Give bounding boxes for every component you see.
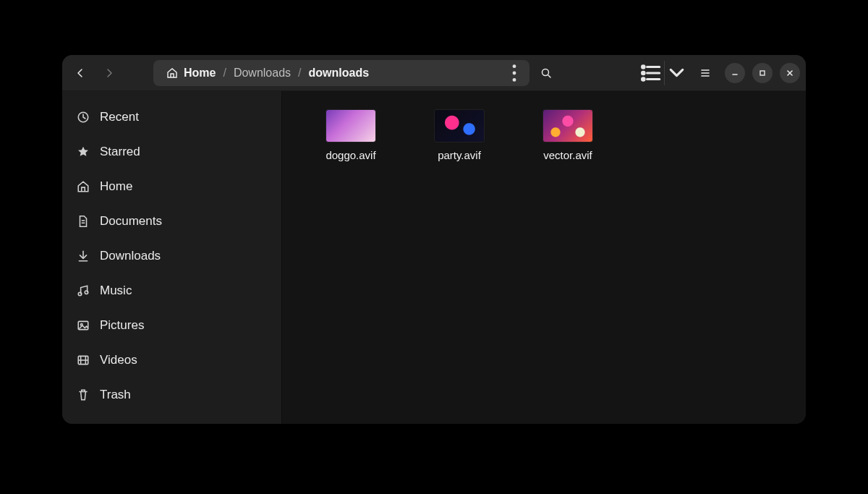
sidebar-item-label: Trash <box>100 388 131 402</box>
breadcrumb-label: Home <box>184 67 216 80</box>
sidebar-item-label: Starred <box>100 145 140 159</box>
svg-point-23 <box>85 291 88 294</box>
view-options-button[interactable] <box>664 61 689 85</box>
list-view-button[interactable] <box>639 61 664 85</box>
forward-button[interactable] <box>97 61 122 85</box>
svg-rect-15 <box>760 71 765 75</box>
svg-point-0 <box>513 64 516 68</box>
file-manager-window: Home / Downloads / downloads <box>62 55 806 424</box>
picture-icon <box>77 319 90 332</box>
trash-icon <box>77 388 90 401</box>
document-icon <box>77 215 90 228</box>
svg-point-3 <box>542 69 549 75</box>
file-item[interactable]: party.avif <box>420 110 499 161</box>
sidebar-item-downloads[interactable]: Downloads <box>62 239 281 273</box>
sidebar-item-label: Documents <box>100 214 162 229</box>
video-icon <box>77 354 90 367</box>
file-name: vector.avif <box>543 149 592 161</box>
home-icon <box>166 67 178 79</box>
places-sidebar: Recent Starred Home Documents Downloads <box>62 91 282 424</box>
svg-line-4 <box>548 75 550 77</box>
file-thumbnail <box>326 110 375 142</box>
breadcrumb-separator: / <box>295 67 304 80</box>
sidebar-item-label: Home <box>100 179 132 194</box>
home-icon <box>77 180 90 193</box>
sidebar-item-documents[interactable]: Documents <box>62 204 281 239</box>
breadcrumb-label: downloads <box>309 67 370 80</box>
file-thumbnail <box>435 110 484 142</box>
path-menu-button[interactable] <box>503 62 525 84</box>
sidebar-item-label: Music <box>100 284 132 298</box>
chevron-down-icon <box>665 61 689 85</box>
minimize-icon <box>731 69 739 77</box>
sidebar-item-recent[interactable]: Recent <box>62 100 281 135</box>
list-icon <box>639 61 664 85</box>
file-grid[interactable]: doggo.avif party.avif vector.avif <box>282 91 806 424</box>
breadcrumb-separator: / <box>220 67 229 80</box>
sidebar-item-pictures[interactable]: Pictures <box>62 308 281 343</box>
view-switcher <box>639 61 689 85</box>
search-button[interactable] <box>534 61 558 85</box>
breadcrumb-label: Downloads <box>234 67 291 80</box>
file-item[interactable]: vector.avif <box>528 110 608 161</box>
path-bar[interactable]: Home / Downloads / downloads <box>153 60 529 86</box>
kebab-icon <box>503 62 525 84</box>
download-icon <box>77 250 90 263</box>
sidebar-item-label: Recent <box>100 110 139 124</box>
headerbar: Home / Downloads / downloads <box>62 55 806 91</box>
svg-point-8 <box>642 65 644 67</box>
maximize-button[interactable] <box>752 63 773 83</box>
search-icon <box>540 67 552 79</box>
svg-point-1 <box>513 71 516 74</box>
back-button[interactable] <box>68 61 93 85</box>
maximize-icon <box>758 69 767 77</box>
breadcrumb-home[interactable]: Home <box>162 67 220 80</box>
sidebar-item-home[interactable]: Home <box>62 169 281 204</box>
breadcrumb-current[interactable]: downloads <box>305 67 374 80</box>
file-name: doggo.avif <box>326 149 375 161</box>
hamburger-menu-button[interactable] <box>693 61 718 85</box>
close-icon <box>786 69 794 77</box>
sidebar-item-label: Videos <box>100 353 137 367</box>
breadcrumb-downloads[interactable]: Downloads <box>229 67 295 80</box>
sidebar-item-label: Pictures <box>100 318 144 333</box>
sidebar-item-videos[interactable]: Videos <box>62 343 281 378</box>
minimize-button[interactable] <box>725 63 745 83</box>
hamburger-icon <box>699 67 711 79</box>
file-thumbnail <box>543 110 592 142</box>
file-item[interactable]: doggo.avif <box>311 110 391 161</box>
svg-point-9 <box>642 72 644 74</box>
clock-icon <box>77 111 90 124</box>
sidebar-item-music[interactable]: Music <box>62 273 281 308</box>
svg-point-2 <box>513 77 516 81</box>
sidebar-item-starred[interactable]: Starred <box>62 135 281 169</box>
sidebar-item-trash[interactable]: Trash <box>62 378 281 412</box>
svg-point-10 <box>642 77 644 80</box>
star-icon <box>77 145 90 158</box>
close-button[interactable] <box>780 63 800 83</box>
music-icon <box>77 284 90 297</box>
file-name: party.avif <box>438 149 481 161</box>
svg-point-22 <box>78 292 82 296</box>
sidebar-item-label: Downloads <box>100 249 161 263</box>
window-body: Recent Starred Home Documents Downloads <box>62 91 806 424</box>
